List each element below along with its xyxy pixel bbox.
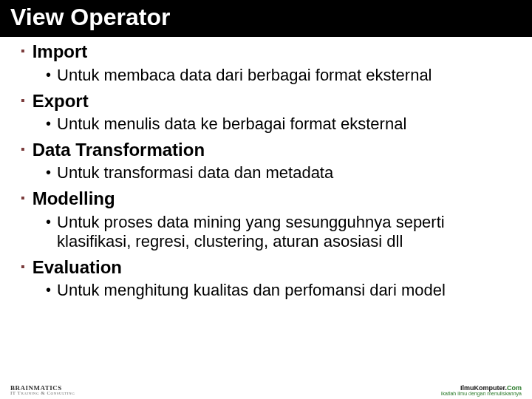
sub-export: • Untuk menulis data ke berbagai format … bbox=[0, 115, 532, 134]
heading-import: ▪ Import bbox=[0, 40, 532, 64]
dot-bullet-icon: • bbox=[46, 66, 51, 83]
sub-text: Untuk menghitung kualitas dan perfomansi… bbox=[57, 281, 446, 300]
dot-bullet-icon: • bbox=[46, 213, 51, 231]
footer-left-tag: IT Training & Consulting bbox=[10, 390, 75, 396]
dot-bullet-icon: • bbox=[46, 281, 51, 299]
square-bullet-icon: ▪ bbox=[21, 138, 25, 160]
sub-text: Untuk transformasi data dan metadata bbox=[57, 163, 333, 183]
footer-left-brand: BRAINMATICS IT Training & Consulting bbox=[10, 384, 75, 396]
heading-text: Export bbox=[33, 89, 89, 113]
sub-modelling: • Untuk proses data mining yang sesunggu… bbox=[0, 213, 532, 251]
section-export: ▪ Export • Untuk menulis data ke berbaga… bbox=[0, 89, 532, 134]
section-evaluation: ▪ Evaluation • Untuk menghitung kualitas… bbox=[0, 256, 532, 300]
heading-text: Evaluation bbox=[33, 256, 122, 279]
section-import: ▪ Import • Untuk membaca data dari berba… bbox=[0, 40, 532, 84]
square-bullet-icon: ▪ bbox=[21, 187, 25, 209]
square-bullet-icon: ▪ bbox=[21, 40, 25, 62]
footer-right-brand: IlmuKomputer.Com ikatlah ilmu dengan men… bbox=[441, 384, 522, 396]
dot-bullet-icon: • bbox=[46, 163, 51, 181]
sub-text: Untuk proses data mining yang sesungguhn… bbox=[57, 213, 510, 251]
section-modelling: ▪ Modelling • Untuk proses data mining y… bbox=[0, 187, 532, 250]
heading-modelling: ▪ Modelling bbox=[0, 187, 532, 211]
heading-text: Data Transformation bbox=[33, 138, 205, 162]
heading-text: Import bbox=[33, 40, 88, 64]
heading-text: Modelling bbox=[33, 187, 115, 211]
heading-export: ▪ Export bbox=[0, 89, 532, 113]
heading-data-transformation: ▪ Data Transformation bbox=[0, 138, 532, 162]
square-bullet-icon: ▪ bbox=[21, 256, 25, 278]
sub-data-transformation: • Untuk transformasi data dan metadata bbox=[0, 163, 532, 183]
sub-evaluation: • Untuk menghitung kualitas dan perfoman… bbox=[0, 281, 532, 300]
dot-bullet-icon: • bbox=[46, 115, 51, 132]
sub-text: Untuk menulis data ke berbagai format ek… bbox=[57, 115, 406, 134]
section-data-transformation: ▪ Data Transformation • Untuk transforma… bbox=[0, 138, 532, 183]
sub-import: • Untuk membaca data dari berbagai forma… bbox=[0, 66, 532, 85]
sub-text: Untuk membaca data dari berbagai format … bbox=[57, 66, 432, 85]
slide-content: ▪ Import • Untuk membaca data dari berba… bbox=[0, 37, 532, 300]
title-text: View Operator bbox=[10, 4, 170, 30]
slide-footer: BRAINMATICS IT Training & Consulting Ilm… bbox=[0, 381, 532, 396]
footer-right-tag: ikatlah ilmu dengan menuliskannya bbox=[441, 391, 522, 396]
slide-title: View Operator bbox=[0, 0, 532, 37]
square-bullet-icon: ▪ bbox=[21, 89, 25, 112]
heading-evaluation: ▪ Evaluation bbox=[0, 256, 532, 279]
